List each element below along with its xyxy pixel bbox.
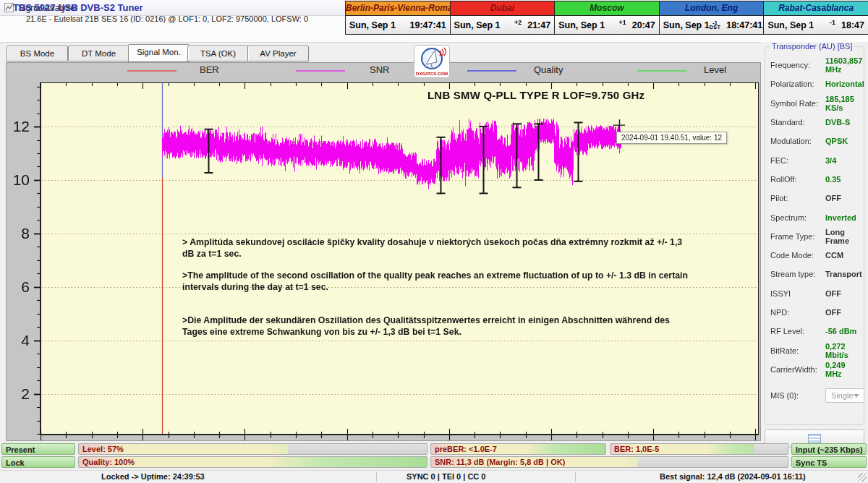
annotation-slovak: > Amplitúda sekundovej oscilácie špičky … xyxy=(182,236,692,260)
status-bar: Locked -> Uptime: 24:39:53 SYNC 0 | TEI … xyxy=(0,470,868,483)
transponder-groupbox: Transponder (AU) [BS] Frequency:11603,85… xyxy=(765,46,864,425)
field-rolloff: RollOff:0.35 xyxy=(765,170,864,189)
clock-utc-offset: -1 xyxy=(830,19,835,26)
ber-bar: BER: 1,0E-5 xyxy=(610,443,788,455)
sync-ts-badge: Sync TS xyxy=(791,456,867,468)
clock-city: Dubai xyxy=(451,1,555,16)
clock-berlin: Berlin-Paris-Vienna-Roma Sun, Sep 1 19:4… xyxy=(346,1,451,34)
field-frequency: Frequency:11603,857 MHz xyxy=(765,56,864,74)
logo-text: DXSATCS.COM xyxy=(416,72,448,76)
annotation-english: >The amplitude of the second oscillation… xyxy=(182,270,692,293)
signal-analyzer-window: { "window": { "title": "Signal Analyzer"… xyxy=(0,0,868,483)
snr-bar: SNR: 11,3 dB (Margin: 5,8 dB | OK) xyxy=(430,456,788,468)
field-npd: NPD:OFF xyxy=(765,303,864,322)
tab-bs-mode[interactable]: BS Mode xyxy=(7,46,68,61)
field-mis: MIS (0): Single xyxy=(765,386,864,405)
clock-city: Rabat-Casablanca xyxy=(764,1,868,16)
clock-time: 19:47:41 xyxy=(410,20,446,30)
level-bar: Level: 57% xyxy=(78,443,427,455)
clock-london: London, Eng Sun, Sep 1 -1 DST 18:47:41 xyxy=(660,1,765,34)
clock-date: Sun, Sep 1 xyxy=(663,20,710,30)
mis-select[interactable]: Single xyxy=(825,388,864,403)
field-code-mode: Code Mode:CCM xyxy=(765,246,864,265)
clock-date: Sun, Sep 1 xyxy=(349,20,396,30)
clock-time: 18:47:41 xyxy=(726,20,762,30)
field-stream-type: Stream type:Transport xyxy=(765,265,864,283)
clock-time: 18:47 xyxy=(841,20,864,30)
chart-tooltip: 2024-09-01 19.40.51, value: 12 xyxy=(616,132,727,144)
clock-date: Sun, Sep 1 xyxy=(454,20,501,30)
field-carrierwidth: CarrierWidth:0,249 MHz xyxy=(765,360,864,379)
chart-title: LNB SMW Q-PLL TYPE R LOF=9.750 GHz xyxy=(427,89,644,101)
clock-rabat: Rabat-Casablanca Sun, Sep 1 -1 18:47 xyxy=(764,1,868,34)
dxsatcs-logo: DXSATCS.COM xyxy=(414,45,450,81)
clock-utc-offset: +2 xyxy=(514,19,522,26)
present-badge: Present xyxy=(1,443,75,455)
field-rf-level: RF Level:-56 dBm xyxy=(765,322,864,341)
tab-av-player[interactable]: AV Player xyxy=(247,46,309,61)
field-polarization: Polarization:Horizontal xyxy=(765,74,864,93)
field-modulation: Modulation:QPSK xyxy=(765,132,864,150)
field-standard: Standard:DVB-S xyxy=(765,113,864,132)
annotation-german: >Die Amplitude der sekundären Oszillatio… xyxy=(182,315,692,338)
clock-moscow: Moscow Sun, Sep 1 +1 20:47 xyxy=(555,1,660,34)
list-icon xyxy=(808,434,821,443)
field-frame-type: Frame Type:Long Frame xyxy=(765,227,864,246)
clock-date: Sun, Sep 1 xyxy=(558,20,605,30)
clock-date: Sun, Sep 1 xyxy=(767,20,814,30)
transponder-title: Transponder (AU) [BS] xyxy=(770,42,854,51)
tab-dt-mode[interactable]: DT Mode xyxy=(68,46,129,61)
sync-tei-cc-status: SYNC 0 | TEI 0 | CC 0 xyxy=(407,472,485,481)
best-signal-status: Best signal: 12,4 dB (2024-09-01 16:11) xyxy=(660,472,806,481)
lock-badge: Lock xyxy=(1,456,75,468)
field-bitrate: BitRate:0,272 Mbit/s xyxy=(765,341,864,359)
clock-dst-offset: -1 DST xyxy=(710,21,721,30)
tab-signal-mon[interactable]: Signal Mon. xyxy=(128,44,190,62)
field-spectrum: Spectrum:Inverted xyxy=(765,208,864,226)
clock-time: 21:47 xyxy=(527,20,550,30)
clock-city: London, Eng xyxy=(660,1,764,16)
lock-uptime-status: Locked -> Uptime: 24:39:53 xyxy=(101,472,205,481)
clock-dubai: Dubai Sun, Sep 1 +2 21:47 xyxy=(451,1,556,34)
field-fec: FEC:3/4 xyxy=(765,150,864,169)
world-clocks: Berlin-Paris-Vienna-Roma Sun, Sep 1 19:4… xyxy=(345,1,868,35)
clock-utc-offset: +1 xyxy=(619,19,626,26)
field-pilot: Pilot:OFF xyxy=(765,189,864,208)
transponder-panel: Transponder (AU) [BS] Frequency:11603,85… xyxy=(761,42,868,441)
clock-time: 20:47 xyxy=(632,20,655,30)
resize-grip[interactable] xyxy=(858,473,867,482)
clock-city: Moscow xyxy=(555,1,659,16)
clock-city: Berlin-Paris-Vienna-Roma xyxy=(346,1,450,16)
field-issyi: ISSYIOFF xyxy=(765,284,864,303)
input-badge: Input (~235 Kbps) xyxy=(791,443,867,455)
quality-bar: Quality: 100% xyxy=(78,456,427,468)
tab-tsa[interactable]: TSA (OK) xyxy=(187,46,249,61)
tuner-name: TBS 5927 USB DVB-S2 Tuner xyxy=(13,2,143,13)
tuner-details: 21.6E - Eutelsat 21B SES 16 (ID: 0216) @… xyxy=(26,14,308,23)
preber-bar: preBER: <1.0E-7 xyxy=(430,443,606,455)
signal-chart-panel: BER SNR Quality Level LNB SMW Q-PLL TYPE… xyxy=(6,62,761,441)
field-symbol-rate: Symbol Rate:185,185 KS/s xyxy=(765,94,864,113)
chevron-down-icon xyxy=(854,394,859,398)
